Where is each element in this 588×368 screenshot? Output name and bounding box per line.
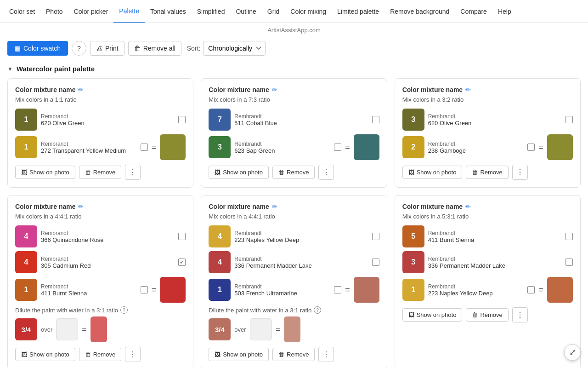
card-3-dilute-result-swatch (90, 316, 107, 342)
card-3-color-name-0: 366 Quinacridone Rose (41, 236, 175, 243)
card-0-edit-icon[interactable]: ✏ (78, 86, 84, 93)
card-5-color-info-0: Rembrandt411 Burnt Sienna (428, 230, 562, 243)
nav-item-color-mixing[interactable]: Color mixing (285, 0, 332, 23)
more-icon: ⋮ (129, 350, 136, 359)
card-2-color-info-1: Rembrandt238 Gamboge (428, 141, 524, 154)
card-3-color-chip-1: 4 (15, 251, 37, 273)
card-5-title: Color mixture name (402, 203, 463, 210)
card-3-color-name-2: 411 Burnt Sienna (41, 290, 137, 297)
card-1-color-checkbox-0[interactable] (372, 116, 379, 123)
nav-item-simplified[interactable]: Simplified (192, 0, 231, 23)
nav-item-limited-palette[interactable]: Limited palette (332, 0, 384, 23)
card-4-title: Color mixture name (209, 203, 269, 210)
card-4-color-row-0: 4Rembrandt223 Naples Yellow Deep (209, 225, 379, 247)
card-0-more-button[interactable]: ⋮ (125, 165, 141, 180)
card-0-color-info-1: Rembrandt272 Transparent Yellow Medium (41, 141, 137, 154)
sort-select[interactable]: ChronologicallyBy colorBy name (203, 41, 266, 56)
card-5-color-checkbox-0[interactable] (565, 233, 573, 240)
card-4-color-checkbox-1[interactable] (372, 259, 379, 266)
nav-item-grid[interactable]: Grid (262, 0, 285, 23)
card-5-equals: = (538, 285, 543, 295)
card-4-color-checkbox-2[interactable] (334, 286, 341, 293)
card-5-color-name-1: 336 Permanent Madder Lake (428, 262, 562, 269)
nav-item-tonal-values[interactable]: Tonal values (145, 0, 192, 23)
card-1-show-on-photo-button[interactable]: 🖼Show on photo (209, 166, 269, 179)
card-1-color-name-0: 511 Cobalt Blue (234, 120, 368, 126)
color-swatch-button[interactable]: ▦ Color swatch (7, 41, 68, 56)
nav-item-palette[interactable]: Palette (113, 0, 145, 23)
card-4: Color mixture name✏Mix colors in a 4:4:1… (201, 195, 387, 368)
nav-item-color-set[interactable]: Color set (4, 0, 40, 23)
subtitle: ArtistAssistApp.com (0, 23, 588, 35)
card-0-color-checkbox-1[interactable] (141, 144, 148, 151)
card-2-color-checkbox-1[interactable] (527, 144, 535, 151)
dilute-info-icon: ? (120, 306, 128, 314)
card-2-show-on-photo-button[interactable]: 🖼Show on photo (402, 166, 463, 179)
card-5-color-info-2: Rembrandt223 Naples Yellow Deep (428, 283, 524, 297)
card-1-color-checkbox-1[interactable] (334, 144, 341, 151)
card-4-remove-button[interactable]: 🗑Remove (272, 348, 315, 361)
card-4-color-checkbox-0[interactable] (372, 233, 379, 240)
card-1-color-info-0: Rembrandt511 Cobalt Blue (234, 113, 368, 126)
card-5-color-name-2: 223 Naples Yellow Deep (428, 290, 524, 297)
card-2-result-swatch (547, 134, 573, 160)
more-icon: ⋮ (516, 310, 524, 319)
card-2-edit-icon[interactable]: ✏ (465, 86, 471, 93)
card-4-color-chip-1: 4 (209, 251, 231, 273)
card-5-color-name-0: 411 Burnt Sienna (428, 236, 562, 243)
nav-item-help[interactable]: Help (492, 0, 517, 23)
remove-all-button[interactable]: 🗑 Remove all (128, 41, 181, 56)
nav-item-outline[interactable]: Outline (230, 0, 261, 23)
remove-icon: 🗑 (472, 169, 478, 176)
card-3-color-checkbox-2[interactable] (141, 286, 148, 293)
card-0-ratio: Mix colors in a 1:1 ratio (15, 96, 186, 103)
card-3-show-on-photo-button[interactable]: 🖼Show on photo (15, 348, 75, 361)
nav-item-compare[interactable]: Compare (455, 0, 492, 23)
card-5-show-on-photo-button[interactable]: 🖼Show on photo (402, 308, 463, 322)
print-button[interactable]: 🖨 Print (90, 41, 124, 56)
remove-icon: 🗑 (472, 311, 478, 318)
show-photo-label: Show on photo (417, 311, 457, 318)
card-1-more-button[interactable]: ⋮ (318, 165, 334, 180)
card-3-color-checkbox-1[interactable] (178, 259, 186, 266)
card-4-show-on-photo-button[interactable]: 🖼Show on photo (209, 348, 269, 361)
nav-item-remove-background[interactable]: Remove background (384, 0, 455, 23)
help-button[interactable]: ? (72, 41, 86, 56)
card-3-remove-button[interactable]: 🗑Remove (79, 348, 121, 361)
card-3-over-text: over (41, 326, 52, 333)
card-1-color-row-0: 7Rembrandt511 Cobalt Blue (209, 109, 379, 131)
card-2-color-chip-1: 2 (402, 136, 424, 158)
card-0-remove-button[interactable]: 🗑Remove (79, 166, 121, 179)
card-0-color-checkbox-0[interactable] (178, 116, 186, 123)
card-3-result-swatch (160, 277, 186, 303)
card-5-color-info-1: Rembrandt336 Permanent Madder Lake (428, 256, 562, 269)
section-title: Watercolor paint palette (17, 65, 95, 73)
card-1-remove-button[interactable]: 🗑Remove (272, 166, 315, 179)
card-0-show-on-photo-button[interactable]: 🖼Show on photo (15, 166, 75, 179)
card-5-edit-icon[interactable]: ✏ (465, 203, 471, 210)
show-photo-icon: 🖼 (215, 169, 220, 176)
card-1-edit-icon[interactable]: ✏ (272, 86, 277, 93)
card-3-ratio: Mix colors in a 4:4:1 ratio (15, 213, 186, 220)
card-5-more-button[interactable]: ⋮ (512, 307, 528, 322)
sort-container: Sort: ChronologicallyBy colorBy name (187, 41, 266, 56)
card-4-more-button[interactable]: ⋮ (318, 347, 334, 362)
section-header[interactable]: ▼ Watercolor paint palette (0, 61, 588, 75)
card-3-equals: = (152, 285, 157, 295)
card-2-equals: = (538, 143, 543, 152)
card-5-remove-button[interactable]: 🗑Remove (466, 308, 508, 322)
card-4-edit-icon[interactable]: ✏ (272, 203, 277, 210)
card-5-color-checkbox-2[interactable] (527, 286, 535, 293)
nav-item-color-picker[interactable]: Color picker (68, 0, 114, 23)
card-2-more-button[interactable]: ⋮ (512, 165, 528, 180)
nav-item-photo[interactable]: Photo (40, 0, 68, 23)
card-3-edit-icon[interactable]: ✏ (78, 203, 84, 210)
collapse-button[interactable]: ⤢ (564, 344, 581, 361)
card-5-color-checkbox-1[interactable] (565, 259, 573, 266)
card-2-color-checkbox-0[interactable] (565, 116, 573, 123)
card-0-color-brand-0: Rembrandt (41, 113, 175, 120)
card-4-dilute-row: 3/4over= (209, 316, 379, 342)
card-3-color-checkbox-0[interactable] (178, 233, 186, 240)
card-2-remove-button[interactable]: 🗑Remove (466, 166, 508, 179)
card-3-more-button[interactable]: ⋮ (125, 347, 141, 362)
